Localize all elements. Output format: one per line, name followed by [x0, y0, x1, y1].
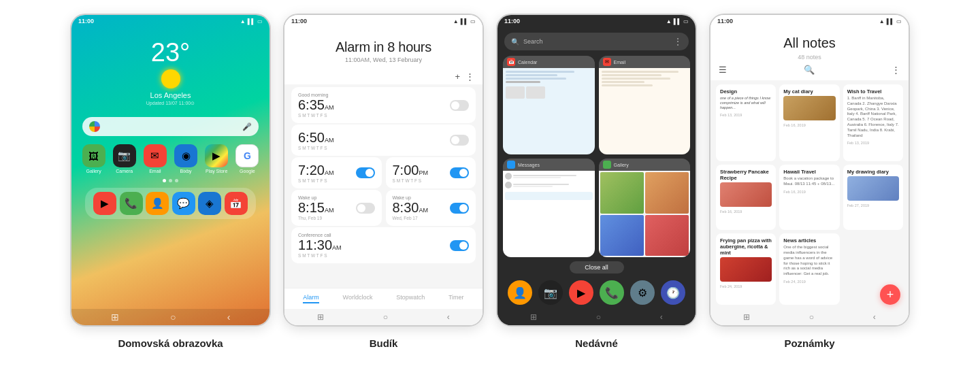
notes-menu-icon[interactable]: ☰: [719, 65, 727, 75]
recent-card-messages[interactable]: Messages: [503, 159, 595, 257]
bottom-contacts[interactable]: 👤: [508, 280, 532, 305]
messages-card-name: Messages: [518, 163, 540, 167]
search-placeholder: Search: [523, 38, 543, 45]
nav-recent-2[interactable]: ⊞: [317, 312, 324, 322]
note-cat-diary[interactable]: My cat diary Feb 16, 2019: [779, 84, 839, 161]
nav-home-4[interactable]: ○: [809, 312, 814, 322]
tab-worldclock[interactable]: Worldclock: [343, 294, 373, 303]
nav-back-4[interactable]: ‹: [873, 312, 876, 322]
nav-back[interactable]: ‹: [227, 312, 231, 322]
alarm-toggle-1[interactable]: [450, 100, 469, 111]
app-camera[interactable]: 📷 Camera: [113, 144, 136, 173]
bottom-youtube[interactable]: ▶: [569, 280, 593, 305]
alarm-toggle-2[interactable]: [450, 135, 469, 146]
device1-frame: 11:00 ▲ ▌▌ ▭ 23° Los Angeles Updated 13/…: [70, 14, 271, 327]
nav-back-2[interactable]: ‹: [447, 312, 450, 322]
add-note-fab[interactable]: +: [880, 284, 900, 305]
calendar-card-content: [503, 68, 595, 154]
recent-search-bar[interactable]: 🔍 Search ⋮: [504, 33, 689, 50]
note-cat-date: Feb 16, 2019: [783, 123, 835, 127]
bottom-clock[interactable]: 🕐: [661, 280, 685, 305]
status-bar-2: 11:00 ▲ ▌▌ ▭: [284, 15, 483, 27]
notes-search-icon[interactable]: 🔍: [804, 65, 815, 75]
more-alarm-icon[interactable]: ⋮: [466, 71, 474, 82]
note-design-title: Design: [720, 88, 772, 95]
app-gallery[interactable]: 🖼 Gallery: [82, 144, 105, 173]
nav-recent-4[interactable]: ⊞: [743, 312, 750, 322]
alarm-row-5-6: Wake up 8:15AM Thu, Feb 19 Wake up 8:30A…: [291, 190, 476, 226]
apps-grid: 🖼 Gallery 📷 Camera ✉ Email ◉: [71, 142, 270, 309]
google-app-icon: G: [235, 144, 259, 167]
app-email[interactable]: ✉ Email: [144, 144, 167, 173]
nav-bar-2: ⊞ ○ ‹: [284, 309, 483, 325]
calendar-card-name: Calendar: [518, 60, 537, 65]
status-icons-2: ▲ ▌▌ ▭: [453, 18, 476, 24]
note-news[interactable]: News articles One of the biggest social …: [779, 233, 839, 305]
app-google[interactable]: G Google: [235, 144, 259, 173]
notes-more-icon[interactable]: ⋮: [892, 65, 900, 75]
alarm-days-7: S M T W T F S: [298, 253, 342, 258]
calendar-card-icon: 📅: [507, 58, 515, 66]
bottom-camera[interactable]: 📷: [538, 280, 563, 305]
dock-calendar[interactable]: 📅: [225, 192, 248, 215]
tab-timer[interactable]: Timer: [448, 294, 464, 303]
alarm-toggle-6[interactable]: [450, 203, 469, 214]
alarm-toggle-5[interactable]: [356, 203, 375, 214]
dot-2: [169, 179, 172, 182]
alarm-days-3: S M T W T F S: [298, 178, 333, 183]
alarm-list: Good morning 6:35AM S M T W T F S 6:50AM…: [284, 84, 483, 288]
alarm-toggle-4[interactable]: [450, 167, 469, 178]
dock-phone[interactable]: 📞: [120, 192, 143, 215]
status-bar-1: 11:00 ▲ ▌▌ ▭: [71, 15, 270, 27]
device3-frame: 11:00 ▲ ▌▌ ▭ 🔍 Search ⋮: [496, 14, 697, 327]
bottom-phone[interactable]: 📞: [600, 280, 624, 305]
gallery-content: [599, 171, 691, 257]
messages-card-icon: [507, 161, 515, 169]
google-logo: [89, 121, 100, 132]
nav-recent-3[interactable]: ⊞: [530, 312, 537, 322]
note-travel[interactable]: Wish to Travel 1. Banff in Manitoba, Can…: [843, 84, 903, 161]
device4-frame: 11:00 ▲ ▌▌ ▭ All notes 48 notes ☰ 🔍 ⋮: [709, 14, 910, 327]
bottom-settings[interactable]: ⚙: [630, 280, 655, 305]
google-search-bar[interactable]: 🎤: [82, 117, 259, 136]
add-alarm-icon[interactable]: +: [455, 71, 460, 82]
nav-home[interactable]: ○: [170, 312, 176, 322]
note-travel-text: 1. Banff in Manitoba, Canada 2. Zhangye …: [847, 96, 899, 138]
email-card-icon: ✉: [603, 58, 611, 66]
pay-icon: ◈: [198, 192, 221, 215]
close-all-button[interactable]: Close all: [570, 261, 624, 274]
app-playstore[interactable]: ▶ Play Store: [205, 144, 228, 173]
dock-pay[interactable]: ◈: [198, 192, 221, 215]
nav-back-3[interactable]: ‹: [660, 312, 663, 322]
note-cat-title: My cat diary: [783, 88, 835, 95]
alarm-item-2: 6:50AM S M T W T F S: [291, 125, 476, 156]
playstore-icon: ▶: [205, 144, 228, 167]
note-drawing-title: My drawing diary: [847, 169, 899, 175]
dock-messages[interactable]: 💬: [172, 192, 195, 215]
alarm-toggle-3[interactable]: [356, 167, 375, 178]
note-pizza[interactable]: Frying pan pizza with aubergine, ricotta…: [716, 233, 776, 305]
status-time-3: 11:00: [504, 18, 520, 24]
note-pancake[interactable]: Strawberry Pancake Recipe Feb 16, 2019: [716, 165, 776, 230]
recent-card-calendar[interactable]: 📅 Calendar: [503, 56, 595, 154]
dock-youtube[interactable]: ▶: [93, 192, 116, 215]
note-hawaii[interactable]: Hawaii Travel Book a vacation package to…: [779, 165, 839, 230]
gallery-label: Gallery: [86, 169, 101, 173]
nav-recent[interactable]: ⊞: [111, 312, 119, 322]
alarm-toggle-7[interactable]: [450, 240, 469, 251]
calendar-content-lines: [503, 68, 595, 101]
nav-home-3[interactable]: ○: [596, 312, 601, 322]
tab-alarm[interactable]: Alarm: [303, 294, 319, 303]
app-bixby[interactable]: ◉ Bixby: [174, 144, 197, 173]
recent-card-gallery[interactable]: Gallery: [599, 159, 691, 257]
recent-card-email[interactable]: ✉ Email: [599, 56, 691, 154]
camera-label: Camera: [116, 169, 133, 173]
signal-icon-3: ▌▌: [674, 18, 681, 24]
dock-contacts[interactable]: 👤: [146, 192, 169, 215]
note-drawing[interactable]: My drawing diary Feb 27, 2019: [843, 165, 903, 230]
note-design[interactable]: Design one of a piece of things I know c…: [716, 84, 776, 161]
tab-stopwatch[interactable]: Stopwatch: [396, 294, 425, 303]
nav-home-2[interactable]: ○: [383, 312, 388, 322]
note-pancake-img: [720, 182, 772, 207]
weather-widget: 23° Los Angeles Updated 13/07 11:00⊙: [71, 27, 270, 112]
